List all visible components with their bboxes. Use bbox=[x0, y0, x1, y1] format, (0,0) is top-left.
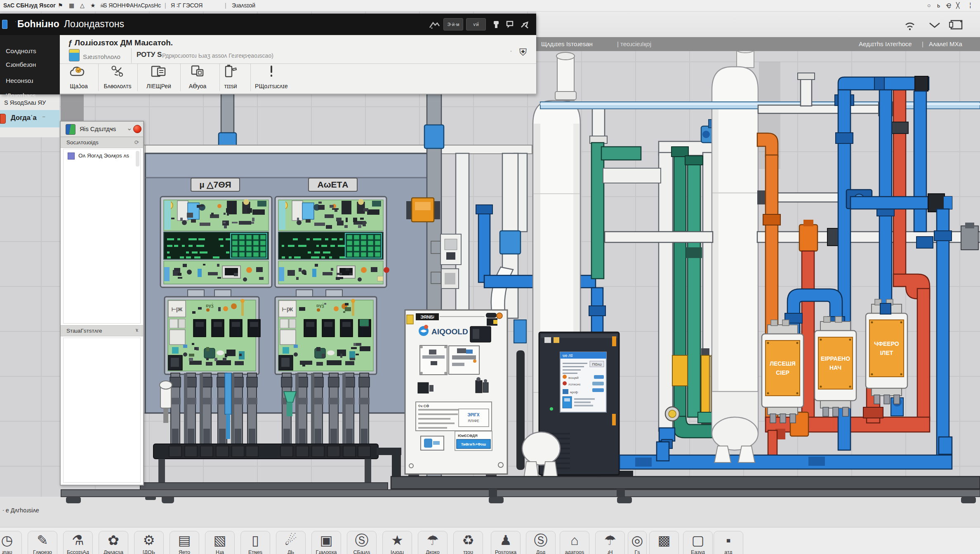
svg-text:ɒγʒ̇: ɒγʒ̇ bbox=[316, 303, 324, 308]
svg-text:ІЛЕТ: ІЛЕТ bbox=[880, 350, 893, 356]
svg-text:ЯЛІФЕ: ЯЛІФЕ bbox=[468, 419, 479, 423]
svg-text:ʕч СӪ: ʕч СӪ bbox=[418, 404, 429, 408]
svg-text:ЧФЕЕРО: ЧФЕЕРО bbox=[874, 340, 899, 347]
svg-text:⊢|Ж: ⊢|Ж bbox=[172, 306, 183, 312]
svg-text:лɔтʍɔнɪ: лɔтʍɔнɪ bbox=[568, 383, 581, 386]
svg-text:ЮиЄСӨДЯ: ЮиЄСӨДЯ bbox=[458, 434, 478, 438]
svg-text:ТиӨгөЋ+Фош: ТиӨгөЋ+Фош bbox=[461, 442, 486, 446]
svg-text:СІЕР: СІЕР bbox=[776, 369, 789, 376]
svg-text:ЭРІГХ: ЭРІГХ bbox=[468, 413, 480, 417]
svg-text:ΠΘʌʊ: ΠΘʌʊ bbox=[592, 362, 601, 366]
svg-text:Ʉё Лʬ: Ʉё Лʬ bbox=[563, 354, 573, 358]
svg-text:ЕІРРАЕНО: ЕІРРАЕНО bbox=[821, 355, 850, 362]
svg-text:µ △7ΘЯ: µ △7ΘЯ bbox=[199, 180, 231, 189]
svg-text:⊢|Ж: ⊢|Ж bbox=[282, 306, 293, 312]
svg-text:воɹцɴй: воɹцɴй bbox=[568, 376, 579, 380]
svg-text:ɴроʧɹ: ɴроʧɹ bbox=[570, 390, 578, 394]
svg-text:AIQОOLD: AIQОOLD bbox=[431, 327, 468, 336]
svg-text:AωΕΤA: AωΕΤA bbox=[318, 180, 349, 189]
svg-text:ЛЕСЕШЯ: ЛЕСЕШЯ bbox=[770, 360, 796, 367]
svg-text:НАЧ: НАЧ bbox=[829, 364, 841, 371]
svg-text:ЭЯNБʲ: ЭЯNБʲ bbox=[420, 315, 434, 319]
svg-text:ɒγʒ̇: ɒγʒ̇ bbox=[206, 303, 214, 308]
